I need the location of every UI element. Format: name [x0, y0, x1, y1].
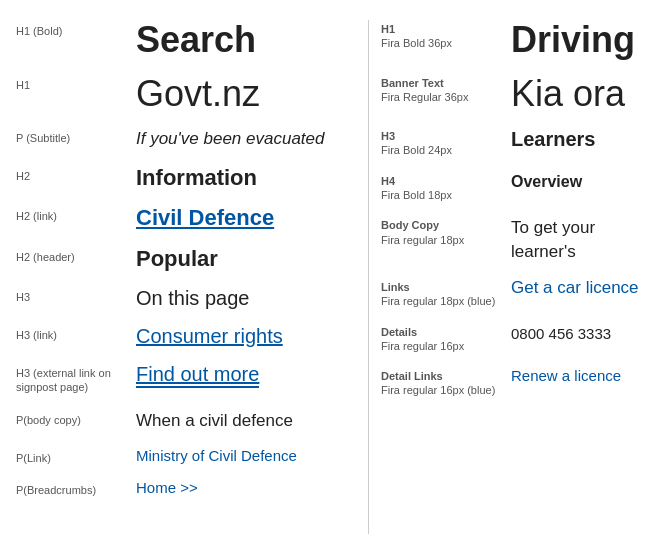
right-row-detail-links: Detail Links Fira regular 16px (blue) Re… — [381, 367, 656, 398]
right-label-banner-name: Banner Text — [381, 76, 511, 90]
right-label-h3-detail: Fira Bold 24px — [381, 143, 511, 157]
right-label-banner-detail: Fira Regular 36px — [381, 90, 511, 104]
content-h3-ext-link: Find out more — [136, 362, 356, 388]
text-h3-link[interactable]: Consumer rights — [136, 325, 283, 347]
right-row-links: Links Fira regular 18px (blue) Get a car… — [381, 278, 656, 309]
text-h2-link[interactable]: Civil Defence — [136, 205, 274, 230]
content-h1-bold: Search — [136, 20, 356, 60]
rc-text-h4: Overview — [511, 173, 582, 190]
right-content-h4: Overview — [511, 172, 656, 191]
text-p-link[interactable]: Ministry of Civil Defence — [136, 447, 297, 464]
right-label-h4-detail: Fira Bold 18px — [381, 188, 511, 202]
label-h3: H3 — [16, 286, 136, 304]
rc-text-h1-bold: Driving — [511, 19, 635, 60]
row-h3-ext-link: H3 (external link on signpost page) Find… — [16, 362, 356, 395]
text-h1: Govt.nz — [136, 73, 260, 114]
row-h3: H3 On this page — [16, 286, 356, 310]
row-h2-header: H2 (header) Popular — [16, 246, 356, 272]
content-p-breadcrumbs: Home >> — [136, 479, 356, 496]
rc-text-body: To get your learner's — [511, 218, 595, 261]
right-content-links: Get a car licence — [511, 278, 656, 298]
right-label-links: Links Fira regular 18px (blue) — [381, 278, 511, 309]
right-content-h3: Learners — [511, 127, 656, 151]
content-p-link: Ministry of Civil Defence — [136, 447, 356, 464]
page: H1 (Bold) Search H1 Govt.nz P (Subtitle)… — [0, 0, 672, 554]
row-p-breadcrumbs: P(Breadcrumbs) Home >> — [16, 479, 356, 497]
label-p-link: P(Link) — [16, 447, 136, 465]
right-label-body-name: Body Copy — [381, 218, 511, 232]
right-label-body: Body Copy Fira regular 18px — [381, 216, 511, 247]
label-h1-bold: H1 (Bold) — [16, 20, 136, 38]
rc-text-h3: Learners — [511, 128, 596, 150]
label-h1: H1 — [16, 74, 136, 92]
row-p-body: P(body copy) When a civil defence — [16, 409, 356, 433]
vertical-divider — [368, 20, 369, 534]
text-p-body: When a civil defence — [136, 411, 293, 430]
text-h2: Information — [136, 165, 257, 190]
right-label-h3: H3 Fira Bold 24px — [381, 127, 511, 158]
rc-text-links[interactable]: Get a car licence — [511, 278, 639, 297]
row-h1-bold: H1 (Bold) Search — [16, 20, 356, 60]
text-p-subtitle: If you've been evacuated — [136, 129, 325, 148]
right-panel: H1 Fira Bold 36px Driving Banner Text Fi… — [381, 20, 656, 534]
right-label-detail-links-detail: Fira regular 16px (blue) — [381, 383, 511, 397]
content-h1: Govt.nz — [136, 74, 356, 114]
right-label-links-detail: Fira regular 18px (blue) — [381, 294, 511, 308]
label-h2-link: H2 (link) — [16, 205, 136, 223]
right-label-h4: H4 Fira Bold 18px — [381, 172, 511, 203]
left-panel: H1 (Bold) Search H1 Govt.nz P (Subtitle)… — [16, 20, 356, 534]
label-p-subtitle: P (Subtitle) — [16, 127, 136, 145]
row-h1: H1 Govt.nz — [16, 74, 356, 114]
right-row-h1: H1 Fira Bold 36px Driving — [381, 20, 656, 60]
right-label-detail-links-name: Detail Links — [381, 369, 511, 383]
right-label-details: Details Fira regular 16px — [381, 323, 511, 354]
right-label-h4-name: H4 — [381, 174, 511, 188]
row-p-link: P(Link) Ministry of Civil Defence — [16, 447, 356, 465]
rc-text-detail-links[interactable]: Renew a licence — [511, 367, 621, 384]
label-h2: H2 — [16, 165, 136, 183]
right-row-body: Body Copy Fira regular 18px To get your … — [381, 216, 656, 264]
content-p-subtitle: If you've been evacuated — [136, 127, 356, 151]
content-h3: On this page — [136, 286, 356, 310]
text-h2-header: Popular — [136, 246, 218, 271]
right-content-detail-links: Renew a licence — [511, 367, 656, 384]
content-h2: Information — [136, 165, 356, 191]
right-row-h3: H3 Fira Bold 24px Learners — [381, 127, 656, 158]
right-row-details: Details Fira regular 16px 0800 456 3333 — [381, 323, 656, 354]
right-label-detail-links: Detail Links Fira regular 16px (blue) — [381, 367, 511, 398]
right-label-details-detail: Fira regular 16px — [381, 339, 511, 353]
text-h3-ext-link[interactable]: Find out more — [136, 362, 259, 388]
right-label-h1: H1 Fira Bold 36px — [381, 20, 511, 51]
rc-text-banner: Kia ora — [511, 73, 625, 114]
label-p-body: P(body copy) — [16, 409, 136, 427]
right-content-banner: Kia ora — [511, 74, 656, 114]
right-label-body-detail: Fira regular 18px — [381, 233, 511, 247]
right-label-h1-detail: Fira Bold 36px — [381, 36, 511, 50]
right-row-h4: H4 Fira Bold 18px Overview — [381, 172, 656, 203]
content-h2-link: Civil Defence — [136, 205, 356, 231]
row-h2-link: H2 (link) Civil Defence — [16, 205, 356, 231]
right-content-details: 0800 456 3333 — [511, 323, 656, 344]
right-row-banner: Banner Text Fira Regular 36px Kia ora — [381, 74, 656, 114]
row-p-subtitle: P (Subtitle) If you've been evacuated — [16, 127, 356, 151]
content-h2-header: Popular — [136, 246, 356, 272]
label-h2-header: H2 (header) — [16, 246, 136, 264]
right-label-links-name: Links — [381, 280, 511, 294]
label-p-breadcrumbs: P(Breadcrumbs) — [16, 479, 136, 497]
content-p-body: When a civil defence — [136, 409, 356, 433]
row-h2: H2 Information — [16, 165, 356, 191]
rc-text-details: 0800 456 3333 — [511, 325, 611, 342]
right-label-banner: Banner Text Fira Regular 36px — [381, 74, 511, 105]
text-h1-bold: Search — [136, 19, 256, 60]
right-label-h1-name: H1 — [381, 22, 511, 36]
label-h3-ext-link: H3 (external link on signpost page) — [16, 362, 136, 395]
right-content-body: To get your learner's — [511, 216, 656, 264]
content-h3-link: Consumer rights — [136, 324, 356, 348]
text-h3: On this page — [136, 287, 249, 309]
row-h3-link: H3 (link) Consumer rights — [16, 324, 356, 348]
right-content-h1: Driving — [511, 20, 656, 60]
text-p-breadcrumbs[interactable]: Home >> — [136, 479, 198, 496]
label-h3-link: H3 (link) — [16, 324, 136, 342]
right-label-h3-name: H3 — [381, 129, 511, 143]
right-label-details-name: Details — [381, 325, 511, 339]
